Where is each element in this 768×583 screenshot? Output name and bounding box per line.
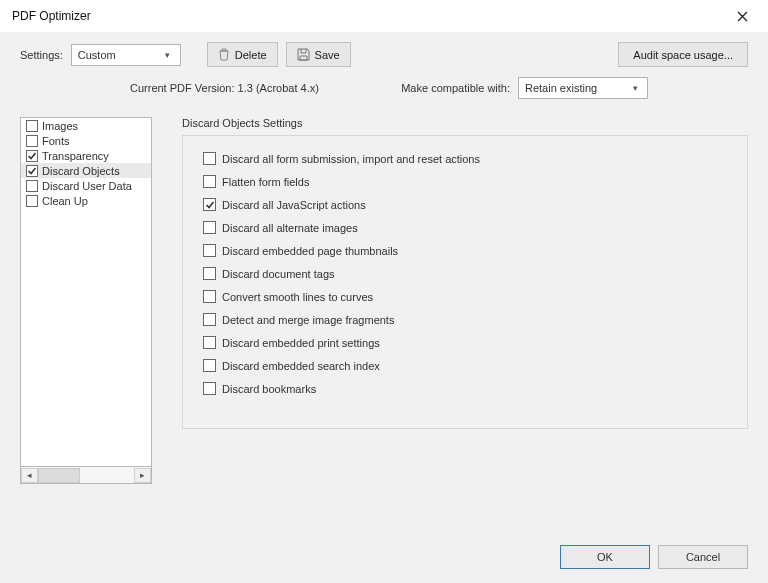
settings-dropdown[interactable]: Custom ▾ — [71, 44, 181, 66]
option-row[interactable]: Detect and merge image fragments — [203, 313, 735, 326]
option-label: Discard document tags — [222, 268, 335, 280]
save-button-label: Save — [315, 49, 340, 61]
toolbar: Settings: Custom ▾ Delete Save Audit sp — [20, 42, 748, 67]
option-label: Detect and merge image fragments — [222, 314, 394, 326]
sidebar-item-label: Discard Objects — [42, 165, 120, 177]
checkbox[interactable] — [203, 336, 216, 349]
option-row[interactable]: Discard all form submission, import and … — [203, 152, 735, 165]
checkbox[interactable] — [203, 313, 216, 326]
sidebar-item-label: Images — [42, 120, 78, 132]
checkbox[interactable] — [203, 382, 216, 395]
ok-button-label: OK — [597, 551, 613, 563]
ok-button[interactable]: OK — [560, 545, 650, 569]
dialog-window: PDF Optimizer Settings: Custom ▾ Delete — [0, 0, 768, 583]
option-row[interactable]: Discard embedded page thumbnails — [203, 244, 735, 257]
option-row[interactable]: Flatten form fields — [203, 175, 735, 188]
save-button[interactable]: Save — [286, 42, 351, 67]
option-label: Convert smooth lines to curves — [222, 291, 373, 303]
save-icon — [297, 48, 310, 61]
titlebar: PDF Optimizer — [0, 0, 768, 32]
option-row[interactable]: Discard all alternate images — [203, 221, 735, 234]
sidebar-item[interactable]: Transparency — [21, 148, 151, 163]
option-label: Discard embedded search index — [222, 360, 380, 372]
scrollbar-track[interactable] — [38, 468, 134, 483]
checkbox[interactable] — [203, 359, 216, 372]
window-title: PDF Optimizer — [12, 9, 91, 23]
checkbox[interactable] — [203, 198, 216, 211]
panel-title: Discard Objects Settings — [182, 117, 748, 129]
info-row: Current PDF Version: 1.3 (Acrobat 4.x) M… — [20, 77, 748, 99]
checkbox[interactable] — [203, 244, 216, 257]
checkbox[interactable] — [203, 267, 216, 280]
settings-panel: Discard Objects Settings Discard all for… — [182, 117, 748, 429]
trash-icon — [218, 48, 230, 61]
settings-dropdown-value: Custom — [78, 49, 116, 61]
sidebar-item[interactable]: Clean Up — [21, 193, 151, 208]
option-row[interactable]: Discard embedded search index — [203, 359, 735, 372]
checkbox[interactable] — [26, 150, 38, 162]
sidebar-item-label: Fonts — [42, 135, 70, 147]
cancel-button-label: Cancel — [686, 551, 720, 563]
checkbox[interactable] — [203, 152, 216, 165]
options-fieldset: Discard all form submission, import and … — [182, 135, 748, 429]
cancel-button[interactable]: Cancel — [658, 545, 748, 569]
option-label: Discard all JavaScript actions — [222, 199, 366, 211]
compatibility-dropdown-value: Retain existing — [525, 82, 597, 94]
sidebar-hscrollbar[interactable]: ◂ ▸ — [20, 467, 152, 484]
footer: OK Cancel — [560, 545, 748, 569]
checkbox[interactable] — [203, 290, 216, 303]
option-row[interactable]: Discard embedded print settings — [203, 336, 735, 349]
checkbox[interactable] — [203, 175, 216, 188]
sidebar-item[interactable]: Fonts — [21, 133, 151, 148]
checkbox[interactable] — [26, 165, 38, 177]
option-label: Flatten form fields — [222, 176, 309, 188]
option-row[interactable]: Discard bookmarks — [203, 382, 735, 395]
main-row: ImagesFontsTransparencyDiscard ObjectsDi… — [20, 117, 748, 484]
option-label: Discard bookmarks — [222, 383, 316, 395]
sidebar-item-label: Discard User Data — [42, 180, 132, 192]
checkbox[interactable] — [26, 135, 38, 147]
option-label: Discard all form submission, import and … — [222, 153, 480, 165]
option-row[interactable]: Discard document tags — [203, 267, 735, 280]
sidebar-list[interactable]: ImagesFontsTransparencyDiscard ObjectsDi… — [20, 117, 152, 467]
close-icon[interactable] — [726, 2, 758, 30]
chevron-down-icon: ▾ — [627, 83, 643, 93]
sidebar-panel: ImagesFontsTransparencyDiscard ObjectsDi… — [20, 117, 152, 484]
sidebar-item-label: Transparency — [42, 150, 109, 162]
compatibility-dropdown[interactable]: Retain existing ▾ — [518, 77, 648, 99]
option-label: Discard embedded page thumbnails — [222, 245, 398, 257]
option-label: Discard embedded print settings — [222, 337, 380, 349]
delete-button[interactable]: Delete — [207, 42, 278, 67]
scrollbar-right-arrow-icon[interactable]: ▸ — [134, 468, 151, 483]
delete-button-label: Delete — [235, 49, 267, 61]
option-row[interactable]: Discard all JavaScript actions — [203, 198, 735, 211]
sidebar-item[interactable]: Images — [21, 118, 151, 133]
checkbox[interactable] — [26, 180, 38, 192]
option-row[interactable]: Convert smooth lines to curves — [203, 290, 735, 303]
current-pdf-version: Current PDF Version: 1.3 (Acrobat 4.x) — [130, 82, 319, 94]
sidebar-item[interactable]: Discard Objects — [21, 163, 151, 178]
sidebar-item[interactable]: Discard User Data — [21, 178, 151, 193]
audit-space-usage-button[interactable]: Audit space usage... — [618, 42, 748, 67]
make-compatible-label: Make compatible with: — [401, 82, 510, 94]
scrollbar-left-arrow-icon[interactable]: ◂ — [21, 468, 38, 483]
checkbox[interactable] — [26, 195, 38, 207]
audit-button-label: Audit space usage... — [633, 49, 733, 61]
checkbox[interactable] — [26, 120, 38, 132]
sidebar-item-label: Clean Up — [42, 195, 88, 207]
option-label: Discard all alternate images — [222, 222, 358, 234]
settings-label: Settings: — [20, 49, 63, 61]
chevron-down-icon: ▾ — [160, 50, 176, 60]
client-area: Settings: Custom ▾ Delete Save Audit sp — [0, 32, 768, 583]
scrollbar-thumb[interactable] — [38, 468, 80, 483]
checkbox[interactable] — [203, 221, 216, 234]
